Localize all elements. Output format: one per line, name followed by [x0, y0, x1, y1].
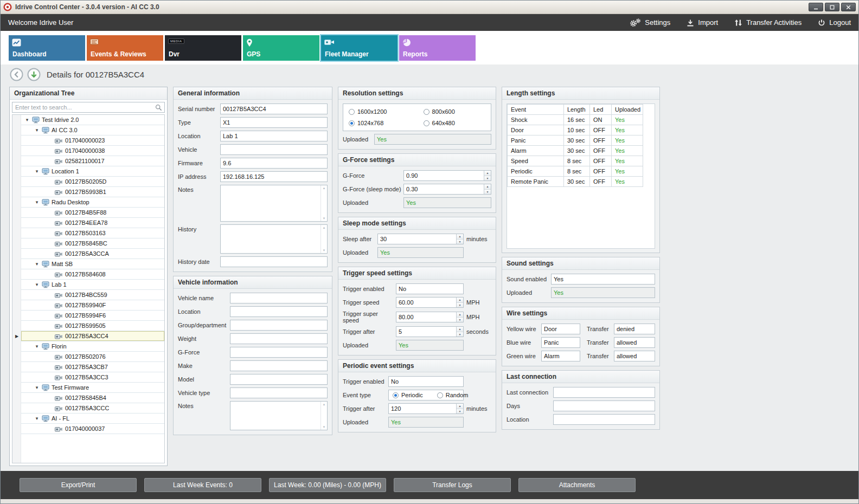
vehicle-information-g-force-input[interactable] — [230, 347, 328, 358]
table-row-speed[interactable]: Speed8 secOFFYes — [508, 156, 643, 166]
tree-device-00127b5a3cc4[interactable]: ▶00127B5A3CC4 — [12, 331, 164, 341]
general-information-vehicle-input[interactable] — [220, 144, 328, 155]
periodic-event-settings-radio-periodic[interactable]: Periodic — [393, 392, 423, 398]
sleep-mode-settings-sleep-after-spin-up-button[interactable]: ▲ — [457, 234, 463, 240]
periodic-event-settings-trigger-after-input[interactable] — [389, 404, 456, 413]
resolution-settings-radio-1024x768[interactable]: 1024x768 — [349, 120, 420, 126]
tree-device-00127b5a3cb7[interactable]: 00127B5A3CB7 — [12, 362, 164, 372]
last-week-0-00-miles-0-00-mph-button[interactable]: Last Week: 0.00 (Miles) - 0.00 (MPH) — [269, 478, 386, 492]
expander-icon[interactable]: ▾ — [34, 416, 40, 421]
vehicle-information-make-input[interactable] — [230, 360, 328, 371]
table-row-alarm[interactable]: Alarm30 secOFFYes — [508, 146, 643, 156]
g-force-settings-g-force-sleep-mode-spin-up-button[interactable]: ▲ — [484, 184, 491, 190]
tree-group-matt-sb[interactable]: ▾Matt SB — [12, 259, 164, 269]
trigger-speed-settings-trigger-speed-input[interactable] — [396, 298, 456, 307]
sleep-mode-settings-sleep-after-spin-down-button[interactable]: ▼ — [457, 240, 463, 244]
expander-icon[interactable]: ▾ — [34, 385, 40, 390]
settings-button[interactable]: Settings — [629, 18, 670, 27]
last-week-events-0-button[interactable]: Last Week Events: 0 — [144, 478, 261, 492]
transfer-activities-button[interactable]: Transfer Activities — [734, 18, 802, 27]
tab-dvr[interactable]: MEDIADvr — [165, 35, 241, 61]
tree-group-lab-1[interactable]: ▾Lab 1 — [12, 280, 164, 290]
resolution-settings-radio-800x600[interactable]: 800x600 — [424, 108, 485, 115]
tree-device-00127b50205d[interactable]: 00127B50205D — [12, 177, 164, 187]
tree-group-ai-cc-3-0[interactable]: ▾AI CC 3.0 — [12, 125, 164, 135]
wire-settings-blue-wire-input[interactable] — [541, 337, 580, 348]
trigger-speed-settings-trigger-after-spin-down-button[interactable]: ▼ — [457, 332, 463, 337]
tree-device-00127b4eea78[interactable]: 00127B4EEA78 — [12, 218, 164, 228]
tree-device-00127b599505[interactable]: 00127B599505 — [12, 321, 164, 331]
wire-settings-yellow-wire-transfer-input[interactable] — [614, 324, 655, 334]
trigger-speed-settings-trigger-after-input[interactable] — [396, 327, 456, 337]
tree-device-017040000038[interactable]: 017040000038 — [12, 146, 164, 156]
tree-device-00127b4b5f88[interactable]: 00127B4B5F88 — [12, 208, 164, 218]
tree-device-00127b5a3ccc[interactable]: 00127B5A3CCC — [12, 403, 164, 413]
periodic-event-settings-radio-random[interactable]: Random — [437, 392, 469, 398]
tree-group-test-idrive-2-0[interactable]: ▾Test Idrive 2.0 — [12, 115, 164, 125]
column-header-uploaded[interactable]: Uploaded — [612, 105, 643, 115]
tree-group-florin[interactable]: ▾Florin — [12, 341, 164, 352]
tree-device-00127b584608[interactable]: 00127B584608 — [12, 269, 164, 280]
general-information-serial-number-input[interactable] — [220, 104, 328, 114]
trigger-speed-settings-trigger-speed-spin-up-button[interactable]: ▲ — [457, 298, 463, 303]
column-header-led[interactable]: Led — [590, 105, 612, 115]
general-information-history-date-input[interactable] — [220, 256, 328, 267]
trigger-speed-settings-trigger-enabled-input[interactable] — [396, 283, 464, 294]
expander-icon[interactable]: ▾ — [34, 282, 40, 287]
periodic-event-settings-trigger-enabled-input[interactable] — [388, 376, 464, 387]
trigger-speed-settings-trigger-super-speed-spin-up-button[interactable]: ▲ — [457, 312, 463, 318]
last-connection-last-connection-input[interactable] — [553, 387, 655, 398]
window-close-button[interactable] — [841, 3, 856, 11]
expander-icon[interactable]: ▾ — [34, 169, 40, 174]
table-row-shock[interactable]: Shock16 secONYes — [508, 115, 643, 125]
general-information-notes-textarea[interactable] — [221, 185, 320, 221]
tree-group-radu-desktop[interactable]: ▾Radu Desktop — [12, 197, 164, 208]
vehicle-information-weight-input[interactable] — [230, 333, 328, 344]
vehicle-information-vehicle-name-input[interactable] — [230, 293, 328, 303]
tree-device-00127b5845b4[interactable]: 00127B5845B4 — [12, 393, 164, 403]
down-button[interactable] — [27, 68, 41, 81]
tree-device-00127b5845bc[interactable]: 00127B5845BC — [12, 238, 164, 249]
transfer-logs-button[interactable]: Transfer Logs — [394, 478, 511, 492]
trigger-speed-settings-trigger-super-speed-input[interactable] — [396, 312, 456, 322]
wire-settings-yellow-wire-input[interactable] — [541, 324, 580, 334]
expander-icon[interactable]: ▾ — [34, 199, 40, 205]
g-force-settings-g-force-sleep-mode-spin-down-button[interactable]: ▼ — [484, 190, 491, 195]
g-force-settings-g-force-spin-down-button[interactable]: ▼ — [484, 176, 491, 181]
vehicle-information-notes-textarea[interactable] — [230, 402, 320, 430]
general-information-firmware-input[interactable] — [220, 158, 328, 169]
expander-icon[interactable]: ▾ — [34, 261, 40, 267]
tab-gps[interactable]: GPS — [243, 35, 319, 61]
import-button[interactable]: Import — [687, 18, 718, 27]
sound-settings-sound-enabled-input[interactable] — [551, 274, 655, 285]
table-row-panic[interactable]: Panic30 secOFFYes — [508, 135, 643, 146]
expander-icon[interactable]: ▾ — [24, 117, 30, 122]
vehicle-information-vehicle-type-input[interactable] — [230, 387, 328, 398]
tree-device-00127b5993b1[interactable]: 00127B5993B1 — [12, 187, 164, 197]
trigger-speed-settings-trigger-super-speed-spin-down-button[interactable]: ▼ — [457, 318, 463, 322]
logout-button[interactable]: Logout — [818, 18, 851, 27]
tree-device-00127b5a3cc3[interactable]: 00127B5A3CC3 — [12, 372, 164, 383]
tab-fleet-manager[interactable]: Fleet Manager — [321, 35, 398, 61]
export-print-button[interactable]: Export/Print — [20, 478, 137, 492]
tree-device-00127b502076[interactable]: 00127B502076 — [12, 352, 164, 362]
last-connection-days-input[interactable] — [553, 400, 655, 411]
tab-events-reviews[interactable]: Events & Reviews — [87, 35, 163, 61]
periodic-event-settings-trigger-after-spin-down-button[interactable]: ▼ — [457, 409, 463, 414]
g-force-settings-g-force-spin-up-button[interactable]: ▲ — [484, 171, 491, 176]
tree-group-ai-fl[interactable]: ▾AI - FL — [12, 413, 164, 424]
column-header-event[interactable]: Event — [508, 105, 564, 115]
tree-device-00127b5a3cca[interactable]: 00127B5A3CCA — [12, 249, 164, 259]
tree-device-017040000023[interactable]: 017040000023 — [12, 135, 164, 146]
tree-device-00127b5994f6[interactable]: 00127B5994F6 — [12, 311, 164, 321]
tab-reports[interactable]: Reports — [399, 35, 476, 61]
resolution-settings-radio-1600x1200[interactable]: 1600x1200 — [349, 108, 420, 115]
sleep-mode-settings-sleep-after-input[interactable] — [378, 234, 456, 244]
periodic-event-settings-trigger-after-spin-up-button[interactable]: ▲ — [457, 404, 463, 409]
trigger-speed-settings-trigger-speed-spin-down-button[interactable]: ▼ — [457, 303, 463, 308]
vehicle-information-location-input[interactable] — [230, 306, 328, 317]
general-information-type-input[interactable] — [220, 117, 328, 128]
tree-device-025821100017[interactable]: 025821100017 — [12, 156, 164, 166]
general-information-history-textarea[interactable] — [221, 225, 320, 253]
trigger-speed-settings-trigger-after-spin-up-button[interactable]: ▲ — [457, 327, 463, 332]
